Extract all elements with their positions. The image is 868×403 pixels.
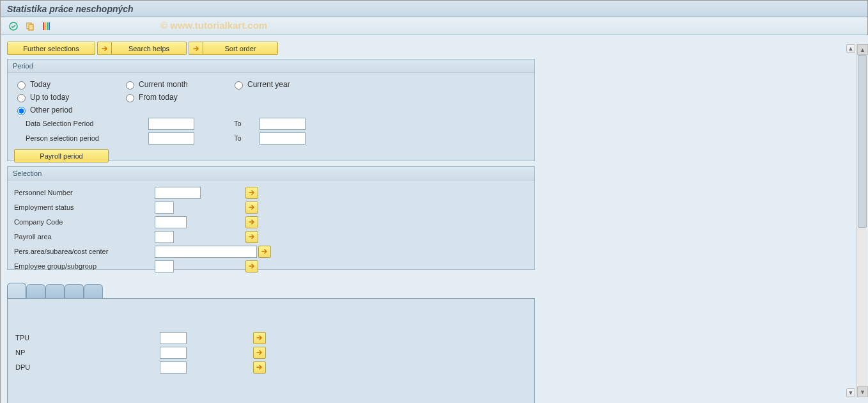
scrollbar-track[interactable] <box>857 55 867 386</box>
dpu-input[interactable] <box>160 361 187 374</box>
selection-groupbox: Selection Personnel Number Employment st… <box>7 166 535 270</box>
color-bars-icon[interactable] <box>40 20 53 33</box>
tpu-input[interactable] <box>160 332 187 344</box>
company-code-label: Company Code <box>14 218 155 226</box>
tab-2[interactable] <box>26 284 45 298</box>
radio-current-year[interactable]: Current year <box>231 79 290 90</box>
radio-up-to-today-label: Up to today <box>30 93 69 102</box>
tab-5[interactable] <box>84 284 103 298</box>
np-label: NP <box>15 349 160 356</box>
tpu-label: TPU <box>15 334 160 342</box>
np-multiselect-button[interactable] <box>253 347 266 359</box>
execute-icon[interactable] <box>7 20 20 33</box>
scroll-inner: Further selections Search helps Sort ord… <box>7 42 847 400</box>
radio-current-year-label: Current year <box>247 80 290 89</box>
selection-body: Personnel Number Employment status Compa… <box>8 180 534 279</box>
person-selection-to-input[interactable] <box>260 132 306 145</box>
watermark: © www.tutorialkart.com <box>160 20 267 31</box>
search-helps-combo: Search helps <box>97 42 187 55</box>
personnel-number-multiselect-button[interactable] <box>245 187 258 199</box>
radio-other-period-label: Other period <box>30 106 73 115</box>
titlebar: Statistika práce neschopných <box>1 1 867 17</box>
scroll-up-icon[interactable]: ▲ <box>857 44 868 55</box>
payroll-area-input[interactable] <box>155 231 174 243</box>
personnel-number-input[interactable] <box>155 187 201 199</box>
data-selection-to-input[interactable] <box>260 118 306 130</box>
company-code-multiselect-button[interactable] <box>245 216 258 228</box>
employee-group-input[interactable] <box>155 260 174 273</box>
arrow-right-icon <box>189 42 203 55</box>
sort-order-button[interactable]: Sort order <box>203 42 278 55</box>
app-toolbar: © www.tutorialkart.com <box>1 17 867 35</box>
tab-strip <box>7 284 535 298</box>
svg-rect-3 <box>43 22 44 30</box>
window-scrollbar: ▲ ▼ <box>856 44 867 397</box>
variant-icon[interactable] <box>24 20 36 33</box>
further-selections-button[interactable]: Further selections <box>7 42 95 55</box>
scroll-down-icon[interactable]: ▼ <box>846 388 855 397</box>
period-body: Today Current month Current year Up to t… <box>8 73 534 168</box>
action-button-row: Further selections Search helps Sort ord… <box>7 42 847 55</box>
pers-area-multiselect-button[interactable] <box>258 246 271 258</box>
employee-group-multiselect-button[interactable] <box>245 260 258 273</box>
dpu-label: DPU <box>15 363 160 371</box>
radio-from-today[interactable]: From today <box>123 92 231 102</box>
employment-status-input[interactable] <box>155 201 174 214</box>
radio-today-label: Today <box>30 80 50 89</box>
data-selection-period-label: Data Selection Period <box>14 120 148 127</box>
tab-3[interactable] <box>45 284 65 298</box>
pers-area-label: Pers.area/subarea/cost center <box>14 248 155 255</box>
dpu-multiselect-button[interactable] <box>253 361 266 374</box>
company-code-input[interactable] <box>155 216 187 228</box>
radio-up-to-today[interactable]: Up to today <box>14 92 123 102</box>
svg-rect-6 <box>49 22 50 30</box>
svg-rect-5 <box>47 22 48 30</box>
employment-status-label: Employment status <box>14 203 155 211</box>
person-selection-from-input[interactable] <box>148 132 194 145</box>
radio-current-month[interactable]: Current month <box>123 79 231 90</box>
scrollbar-thumb[interactable] <box>858 55 867 228</box>
np-input[interactable] <box>160 347 187 359</box>
to-label-2: To <box>234 134 260 142</box>
content-area: Further selections Search helps Sort ord… <box>1 35 868 403</box>
tabs-area: TPU NP DPU <box>7 284 535 403</box>
to-label-1: To <box>234 120 260 127</box>
search-helps-button[interactable]: Search helps <box>111 42 187 55</box>
app-window: Statistika práce neschopných © www.tutor… <box>0 0 868 403</box>
period-legend: Period <box>8 59 534 73</box>
scroll-down-icon[interactable]: ▼ <box>857 386 868 397</box>
payroll-period-button[interactable]: Payroll period <box>14 149 109 162</box>
sort-order-combo: Sort order <box>189 42 278 55</box>
radio-other-period[interactable]: Other period <box>14 105 73 115</box>
tab-1[interactable] <box>7 283 26 298</box>
page-title: Statistika práce neschopných <box>7 4 134 14</box>
employment-status-multiselect-button[interactable] <box>245 201 258 214</box>
radio-from-today-label: From today <box>139 93 178 102</box>
period-groupbox: Period Today Current month Current year … <box>7 59 535 161</box>
data-selection-from-input[interactable] <box>148 118 194 130</box>
selection-legend: Selection <box>8 167 534 180</box>
payroll-area-label: Payroll area <box>14 233 155 241</box>
tab-panel: TPU NP DPU <box>7 298 535 403</box>
personnel-number-label: Personnel Number <box>14 189 155 196</box>
tab-4[interactable] <box>65 284 84 298</box>
svg-rect-2 <box>29 24 33 30</box>
radio-today[interactable]: Today <box>14 79 123 90</box>
pers-area-input[interactable] <box>155 246 257 258</box>
payroll-area-multiselect-button[interactable] <box>245 231 258 243</box>
content-scrollbar: ▲ ▼ <box>846 44 856 397</box>
arrow-right-icon <box>97 42 111 55</box>
tpu-multiselect-button[interactable] <box>253 332 266 344</box>
employee-group-label: Employee group/subgroup <box>14 262 155 270</box>
svg-rect-4 <box>45 22 46 30</box>
radio-current-month-label: Current month <box>139 80 188 89</box>
scroll-up-icon[interactable]: ▲ <box>846 44 855 53</box>
person-selection-period-label: Person selection period <box>14 134 148 142</box>
